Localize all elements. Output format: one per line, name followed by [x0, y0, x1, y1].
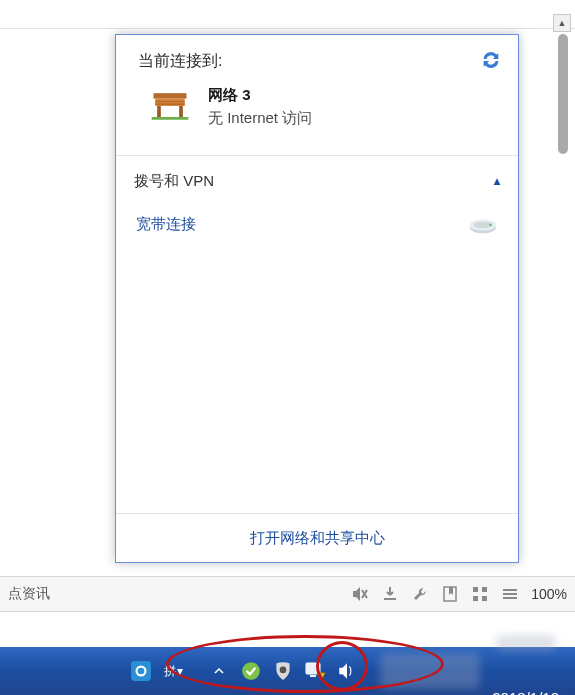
svg-rect-13	[384, 598, 396, 600]
bench-icon	[148, 86, 192, 126]
current-network-row[interactable]: 网络 3 无 Internet 访问	[138, 86, 500, 128]
svg-rect-2	[155, 101, 184, 103]
svg-rect-0	[154, 93, 187, 99]
section-label: 拨号和 VPN	[134, 172, 214, 191]
flyout-header: 当前连接到: 网络 3 无 Intern	[116, 35, 518, 155]
mute-icon[interactable]	[351, 585, 369, 603]
network-flyout: 当前连接到: 网络 3 无 Intern	[115, 34, 519, 563]
obscured-region	[380, 653, 480, 689]
flyout-title: 当前连接到:	[138, 51, 500, 72]
dialup-vpn-section: 拨号和 VPN ▴ 宽带连接	[116, 155, 518, 250]
flyout-footer: 打开网络和共享中心	[116, 513, 518, 562]
refresh-icon[interactable]	[480, 49, 502, 71]
qq-tray-icon[interactable]	[130, 660, 152, 682]
svg-point-24	[138, 668, 145, 675]
security-tray-icon[interactable]	[240, 660, 262, 682]
current-network-text: 网络 3 无 Internet 访问	[208, 86, 312, 128]
dialup-vpn-header[interactable]: 拨号和 VPN ▴	[134, 160, 500, 202]
svg-rect-16	[482, 587, 487, 592]
bookmark-icon[interactable]	[441, 585, 459, 603]
open-network-center-link[interactable]: 打开网络和共享中心	[250, 529, 385, 548]
show-hidden-icons-button[interactable]	[208, 660, 230, 682]
volume-tray-icon[interactable]	[336, 660, 358, 682]
svg-point-10	[489, 224, 491, 226]
svg-rect-17	[473, 596, 478, 601]
language-tray-icon[interactable]: 拼 ▾	[162, 660, 184, 682]
svg-point-26	[280, 667, 287, 674]
news-label[interactable]: 点资讯	[8, 585, 50, 603]
svg-rect-19	[503, 589, 517, 591]
chevron-up-icon: ▴	[494, 174, 500, 188]
network-name: 网络 3	[208, 86, 312, 105]
scrollbar-thumb[interactable]	[558, 34, 568, 154]
taskbar: 拼 ▾ ! 2018/1/12	[0, 647, 575, 695]
antivirus-tray-icon[interactable]	[272, 660, 294, 682]
svg-rect-4	[157, 106, 161, 119]
svg-text:!: !	[320, 673, 322, 680]
network-tray-icon[interactable]: !	[304, 660, 326, 682]
taskbar-clock[interactable]: 2018/1/12	[482, 595, 569, 695]
scroll-up-button[interactable]: ▲	[553, 14, 571, 32]
download-icon[interactable]	[381, 585, 399, 603]
svg-rect-3	[155, 103, 184, 105]
svg-rect-28	[310, 675, 316, 677]
taskbar-date: 2018/1/12	[492, 689, 559, 695]
svg-rect-5	[179, 106, 183, 119]
connection-label: 宽带连接	[136, 215, 196, 234]
svg-rect-6	[152, 117, 189, 120]
svg-rect-27	[306, 663, 320, 674]
modem-icon	[468, 213, 498, 235]
svg-point-25	[242, 662, 260, 680]
obscured-time	[496, 635, 556, 651]
broadband-connection-item[interactable]: 宽带连接	[134, 202, 500, 246]
repair-icon[interactable]	[411, 585, 429, 603]
network-status: 无 Internet 访问	[208, 109, 312, 128]
page-divider	[0, 28, 575, 29]
svg-rect-15	[473, 587, 478, 592]
system-tray: 拼 ▾ !	[130, 647, 358, 695]
